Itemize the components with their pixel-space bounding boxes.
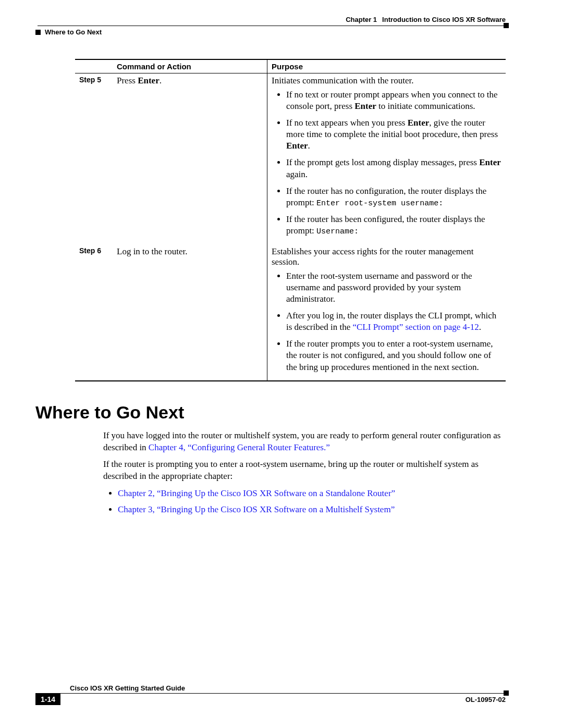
list-item: If the router has been configured, the r… (286, 214, 501, 237)
table-row: Step 6 Log in to the router. Establishes… (75, 244, 506, 381)
body-text: If you have logged into the router or mu… (103, 430, 506, 516)
paragraph: If you have logged into the router or mu… (103, 430, 506, 454)
purpose-list: If no text or router prompt appears when… (272, 89, 501, 237)
cross-ref-link[interactable]: Chapter 3, “Bringing Up the Cisco IOS XR… (118, 504, 395, 514)
header-rule (38, 26, 506, 26)
table-header-row: Command or Action Purpose (75, 59, 506, 73)
list-item: If the router has no configuration, the … (286, 186, 501, 209)
text: . (308, 141, 310, 151)
step-label: Step 5 (75, 73, 113, 244)
table-row: Step 5 Press Enter. Initiates communicat… (75, 73, 506, 244)
list-item: If no text appears when you press Enter,… (286, 117, 501, 152)
footer-bottom-row: 1-14 OL-10957-02 (35, 694, 506, 705)
command-cell: Log in to the router. (113, 244, 267, 381)
step-label: Step 6 (75, 244, 113, 381)
text-mono: Username: (316, 227, 359, 236)
subhead-text: Where to Go Next (45, 28, 102, 36)
list-item: Enter the root-system username and passw… (286, 270, 501, 305)
text-bold: Enter (479, 157, 501, 167)
list-item: If the prompt gets lost among display me… (286, 157, 501, 180)
running-header: Chapter 1 Introduction to Cisco IOS XR S… (35, 16, 506, 23)
section-subhead: Where to Go Next (35, 28, 506, 36)
text-bold: Enter (354, 101, 376, 111)
cross-ref-link[interactable]: Chapter 4, “Configuring General Router F… (149, 442, 330, 452)
text: Press (117, 76, 138, 85)
list-item: If no text or router prompt appears when… (286, 89, 501, 112)
footer-rule (35, 693, 506, 694)
text: If the prompt gets lost among display me… (286, 157, 479, 167)
procedure-table-wrap: Command or Action Purpose Step 5 Press E… (75, 59, 506, 381)
chapter-title: Introduction to Cisco IOS XR Software (382, 16, 506, 23)
text-bold: Enter (408, 118, 430, 128)
text: If the router prompts you to enter a roo… (286, 339, 493, 372)
command-cell: Press Enter. (113, 73, 267, 244)
cross-ref-link[interactable]: Chapter 2, “Bringing Up the Cisco IOS XR… (118, 488, 395, 498)
section-heading: Where to Go Next (35, 402, 506, 423)
text: . (160, 76, 162, 85)
rule-end-square-icon (504, 690, 509, 696)
table-header-empty (75, 59, 113, 73)
paragraph: If the router is prompting you to enter … (103, 459, 506, 483)
page-number: 1-14 (35, 694, 60, 705)
text: again. (286, 169, 308, 179)
cross-ref-link[interactable]: “CLI Prompt” section on page 4-12 (352, 322, 479, 332)
document-number: OL-10957-02 (466, 696, 506, 704)
list-item: If the router prompts you to enter a roo… (286, 338, 501, 373)
procedure-table: Command or Action Purpose Step 5 Press E… (75, 59, 506, 381)
rule-end-square-icon (504, 23, 509, 28)
chapter-number: Chapter 1 (346, 16, 377, 23)
purpose-cell: Initiates communication with the router.… (267, 73, 506, 244)
purpose-cell: Establishes your access rights for the r… (267, 244, 506, 381)
table-header-purpose: Purpose (267, 59, 506, 73)
list-item: Chapter 3, “Bringing Up the Cisco IOS XR… (118, 504, 506, 516)
text: . (479, 322, 481, 332)
purpose-list: Enter the root-system username and passw… (272, 270, 501, 373)
book-title: Cisco IOS XR Getting Started Guide (70, 684, 506, 692)
link-list: Chapter 2, “Bringing Up the Cisco IOS XR… (103, 488, 506, 516)
text-bold: Enter (286, 141, 308, 151)
text-mono: Enter root-system username: (316, 199, 443, 208)
text-bold: Enter (138, 76, 160, 85)
purpose-lead: Initiates communication with the router. (272, 76, 501, 86)
text: Enter the root-system username and passw… (286, 271, 472, 304)
text: If no text appears when you press (286, 118, 408, 128)
list-item: After you log in, the router displays th… (286, 310, 501, 333)
text: to initiate communications. (376, 101, 475, 111)
table-header-command: Command or Action (113, 59, 267, 73)
page: Chapter 1 Introduction to Cisco IOS XR S… (0, 0, 563, 728)
square-bullet-icon (35, 30, 41, 35)
list-item: Chapter 2, “Bringing Up the Cisco IOS XR… (118, 488, 506, 500)
footer: Cisco IOS XR Getting Started Guide 1-14 … (35, 684, 506, 705)
purpose-lead: Establishes your access rights for the r… (272, 246, 501, 267)
